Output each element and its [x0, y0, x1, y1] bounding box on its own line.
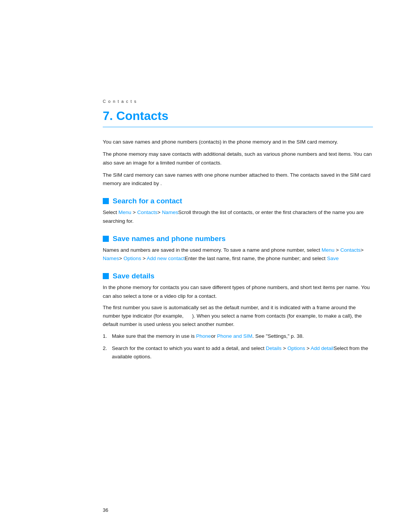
section-body-save-names: Names and numbers are saved in the used …	[103, 246, 373, 263]
link-contacts-1[interactable]: Contacts	[137, 209, 157, 215]
section-title-save-details: Save details	[113, 272, 155, 280]
section-body-save-details: In the phone memory for contacts you can…	[103, 283, 373, 361]
save-names-text: Names and numbers are saved in the used …	[103, 246, 373, 263]
list-item-2: 2. Search for the contact to which you w…	[103, 344, 373, 361]
list-item-1-num: 1.	[103, 332, 112, 340]
chapter-title: 7. Contacts	[103, 109, 373, 127]
list-item-2-num: 2.	[103, 344, 112, 361]
link-menu-1[interactable]: Menu	[118, 209, 131, 215]
list-item-2-text: Search for the contact to which you want…	[112, 344, 373, 361]
intro-paragraph-2: The phone memory may save contacts with …	[103, 150, 373, 167]
save-details-paragraph-2: The first number you save is automatical…	[103, 304, 373, 329]
link-add-detail[interactable]: Add detail	[311, 345, 333, 351]
section-search-contact: Search for a contact Select Menu > Conta…	[103, 197, 373, 225]
link-options-2[interactable]: Options	[123, 256, 141, 261]
intro-paragraph-3: The SIM card memory can save names with …	[103, 171, 373, 188]
section-body-search: Select Menu > Contacts> NamesScroll thro…	[103, 208, 373, 225]
list-item-1-text: Make sure that the memory in use is Phon…	[112, 332, 373, 340]
link-details[interactable]: Details	[266, 345, 282, 351]
section-icon-search	[103, 198, 109, 204]
section-title-save-names: Save names and phone numbers	[113, 235, 226, 243]
link-options-3[interactable]: Options	[287, 345, 305, 351]
save-details-paragraph-1: In the phone memory for contacts you can…	[103, 283, 373, 300]
page: C o n t a c t s 7. Contacts You can save…	[0, 0, 411, 532]
link-phone-and-sim[interactable]: Phone and SIM	[217, 333, 252, 339]
section-icon-save-details	[103, 273, 109, 279]
section-save-names: Save names and phone numbers Names and n…	[103, 235, 373, 263]
chapter-label: C o n t a c t s	[103, 99, 373, 104]
section-icon-save-names	[103, 236, 109, 242]
intro-paragraph-1: You can save names and phone numbers (co…	[103, 138, 373, 146]
link-menu-2[interactable]: Menu	[322, 247, 335, 253]
section-heading-search: Search for a contact	[103, 197, 373, 205]
section-save-details: Save details In the phone memory for con…	[103, 272, 373, 361]
link-phone[interactable]: Phone	[196, 333, 211, 339]
section-title-search: Search for a contact	[113, 197, 182, 205]
link-names-2[interactable]: Names	[103, 256, 119, 261]
section-heading-save-names: Save names and phone numbers	[103, 235, 373, 243]
list-item-1: 1. Make sure that the memory in use is P…	[103, 332, 373, 340]
link-names-1[interactable]: Names	[162, 209, 178, 215]
search-contact-text: Select Menu > Contacts> NamesScroll thro…	[103, 208, 373, 225]
link-save[interactable]: Save	[327, 256, 339, 261]
intro-section: You can save names and phone numbers (co…	[103, 138, 373, 188]
link-add-new-contact[interactable]: Add new contact	[147, 256, 185, 261]
link-contacts-2[interactable]: Contacts	[340, 247, 360, 253]
section-heading-save-details: Save details	[103, 272, 373, 280]
content-area: C o n t a c t s 7. Contacts You can save…	[103, 0, 373, 396]
page-number: 36	[103, 507, 108, 513]
save-details-list: 1. Make sure that the memory in use is P…	[103, 332, 373, 361]
